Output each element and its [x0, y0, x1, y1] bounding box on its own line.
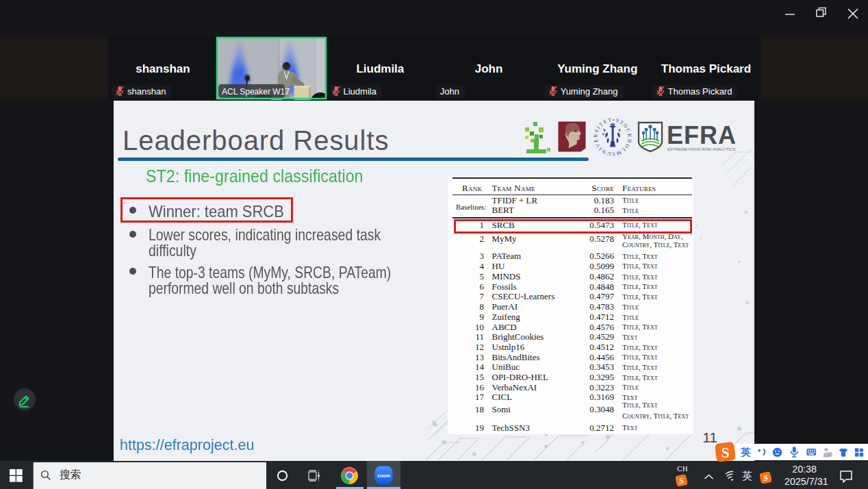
svg-text:zoom: zoom: [377, 473, 390, 479]
svg-text:S: S: [679, 477, 683, 485]
svg-text:ACL Speaker W17: ACL Speaker W17: [222, 87, 290, 97]
svg-text:EXTREME FOOD RISK ANALYTICS: EXTREME FOOD RISK ANALYTICS: [667, 147, 735, 151]
svg-text:EFRA: EFRA: [667, 121, 737, 149]
svg-text:习: 习: [828, 453, 832, 457]
svg-text:S: S: [722, 444, 730, 461]
svg-text:S: S: [763, 474, 767, 482]
